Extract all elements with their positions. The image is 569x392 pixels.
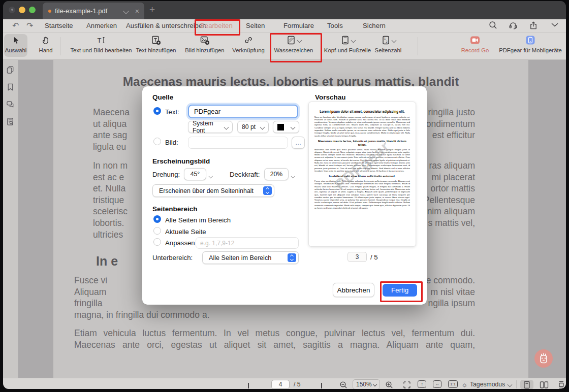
comments-icon[interactable]: [6, 100, 15, 109]
hand-icon: [33, 35, 59, 46]
zoom-in-icon[interactable]: [385, 381, 394, 389]
doc-paragraph-fragment: ringilla justoondimentumest efficitur: [426, 107, 475, 141]
app-window: file-example-1.pdf × + ↶ ↷ Startseite An…: [3, 1, 566, 389]
custom-range-radio[interactable]: [153, 238, 161, 246]
new-tab-button[interactable]: +: [149, 4, 155, 15]
ai-assistant-button[interactable]: [534, 349, 553, 368]
add-text-icon: [129, 35, 183, 46]
browse-image-button[interactable]: …: [292, 137, 305, 149]
record-go-icon: [458, 35, 492, 46]
search-icon[interactable]: [488, 20, 498, 30]
mobile-device-icon: [495, 35, 566, 46]
image-source-radio[interactable]: [153, 138, 161, 145]
done-button[interactable]: Fertig: [383, 284, 417, 297]
menu-startseite[interactable]: Startseite: [45, 22, 73, 29]
tab-title: file-example-1.pdf: [55, 7, 124, 15]
pagerange-section-label: Seitenbereich: [152, 205, 198, 213]
all-pages-radio[interactable]: [153, 215, 161, 223]
fit-height-icon[interactable]: ↕: [418, 380, 426, 388]
share-icon[interactable]: [528, 20, 539, 30]
add-image-button[interactable]: Bild hinzufügen: [178, 35, 231, 53]
watermark-text-input[interactable]: [188, 105, 298, 118]
last-page-button[interactable]: [318, 382, 322, 389]
custom-range-input[interactable]: [196, 237, 299, 249]
menu-seiten[interactable]: Seiten: [246, 22, 265, 29]
two-page-view-button[interactable]: [538, 380, 551, 389]
chevron-down-icon: [373, 382, 377, 386]
document-tab[interactable]: file-example-1.pdf ×: [43, 3, 144, 19]
toolbar-divider: [60, 37, 60, 55]
doc-paragraph-fragment: Fusce viAliquamfringilla: [74, 275, 107, 309]
hand-tool-button[interactable]: Hand: [33, 35, 59, 53]
current-page-radio[interactable]: [153, 227, 161, 235]
page-number-input[interactable]: [271, 380, 290, 389]
watermark-button[interactable]: Wasserzeichen: [269, 35, 318, 53]
minimize-window-button[interactable]: [19, 7, 25, 13]
tab-chevron-down-icon[interactable]: [123, 8, 129, 14]
add-text-button[interactable]: Text hinzufügen: [129, 35, 183, 53]
page-number-button[interactable]: 12 Seitenzahl: [369, 35, 407, 53]
actual-size-icon[interactable]: 1:1: [448, 380, 458, 388]
close-window-button[interactable]: [9, 7, 15, 13]
cancel-button[interactable]: Abbrechen: [333, 283, 374, 297]
zoom-window-button[interactable]: [29, 7, 36, 13]
image-source-label: Bild:: [165, 139, 178, 146]
font-color-dropdown[interactable]: [273, 121, 299, 133]
header-footer-button[interactable]: Kopf-und Fußzeile: [319, 35, 376, 53]
zoom-out-icon[interactable]: [339, 381, 348, 389]
menu-anmerken[interactable]: Anmerken: [86, 22, 117, 29]
redo-icon[interactable]: ↷: [26, 21, 33, 30]
doc-subheading-fragment: In e: [96, 254, 118, 269]
opacity-stepper[interactable]: [290, 168, 297, 180]
text-edit-icon: T: [63, 35, 139, 46]
continuous-scroll-view-button[interactable]: [555, 380, 566, 389]
doc-paragraph-fragment: e commodo.m nisl vitaengilla ipsum: [426, 275, 475, 309]
text-source-label: Text:: [165, 108, 179, 116]
layer-position-select[interactable]: Erscheinen über dem Seiteninhalt: [152, 184, 274, 197]
preview-page-input[interactable]: [347, 252, 367, 262]
color-swatch: [277, 124, 284, 130]
single-page-view-button[interactable]: [520, 380, 533, 389]
doc-paragraph-line: magna, in fringilla dui commodo a.: [74, 309, 210, 321]
font-size-dropdown[interactable]: 80 pt: [237, 121, 269, 133]
doc-paragraph-line: Etiam vehicula luctus fermentum. In vel …: [74, 328, 475, 339]
svg-text:2: 2: [386, 40, 387, 43]
rotation-stepper[interactable]: [207, 168, 214, 180]
menu-bearbeiten[interactable]: Bearbeiten: [200, 22, 233, 29]
menu-sichern[interactable]: Sichern: [363, 22, 386, 29]
zoom-level-dropdown[interactable]: 150%: [353, 379, 380, 389]
tab-close-icon[interactable]: ×: [135, 7, 139, 15]
menu-ausfuellen[interactable]: Ausfüllen & unterschreiben: [126, 22, 206, 29]
doc-paragraph-line: Maecenas ante orci, egestas ut aliquet s…: [74, 339, 475, 351]
undo-icon[interactable]: ↶: [12, 21, 19, 30]
support-headset-icon[interactable]: [508, 20, 518, 30]
first-page-button[interactable]: [248, 382, 252, 389]
fit-width-icon[interactable]: ↔: [433, 380, 441, 388]
watermark-preview: Lorem ipsum dolor sit amet, consectetur …: [308, 102, 416, 247]
record-go-button[interactable]: Record Go: [458, 35, 492, 53]
document-search-icon[interactable]: [6, 117, 15, 126]
fit-screen-icon[interactable]: [402, 380, 412, 389]
opacity-value[interactable]: 20%: [264, 168, 289, 180]
page-thumbnails-icon[interactable]: [6, 65, 15, 75]
bookmarks-icon[interactable]: [6, 82, 15, 92]
header-footer-chevron-icon: [351, 38, 356, 43]
opacity-label: Deckkraft:: [230, 171, 260, 178]
image-path-input[interactable]: [188, 137, 288, 149]
link-button[interactable]: Verknüpfung: [228, 35, 269, 53]
menu-collapse-chevron-icon[interactable]: [551, 22, 559, 27]
chevron-down-icon: [291, 124, 296, 129]
svg-text:T: T: [98, 37, 102, 44]
appearance-section-label: Erscheinungsbild: [152, 157, 210, 165]
text-source-radio[interactable]: [153, 107, 161, 115]
select-tool-button[interactable]: Auswahl: [3, 35, 28, 53]
menu-tools[interactable]: Tools: [327, 22, 343, 29]
view-mode-dropdown[interactable]: Tagesmodus: [470, 381, 505, 388]
mobile-transfer-button[interactable]: PDFgear für Mobilgeräte: [495, 35, 566, 53]
subrange-select[interactable]: Alle Seiten im Bereich: [202, 251, 299, 264]
rotation-value[interactable]: 45°: [184, 168, 206, 180]
font-family-dropdown[interactable]: System Font: [188, 121, 233, 133]
toolbar-divider: [418, 37, 418, 55]
edit-text-image-button[interactable]: T Text und Bild bearbeiten: [63, 35, 139, 53]
menu-formulare[interactable]: Formulare: [283, 22, 314, 29]
